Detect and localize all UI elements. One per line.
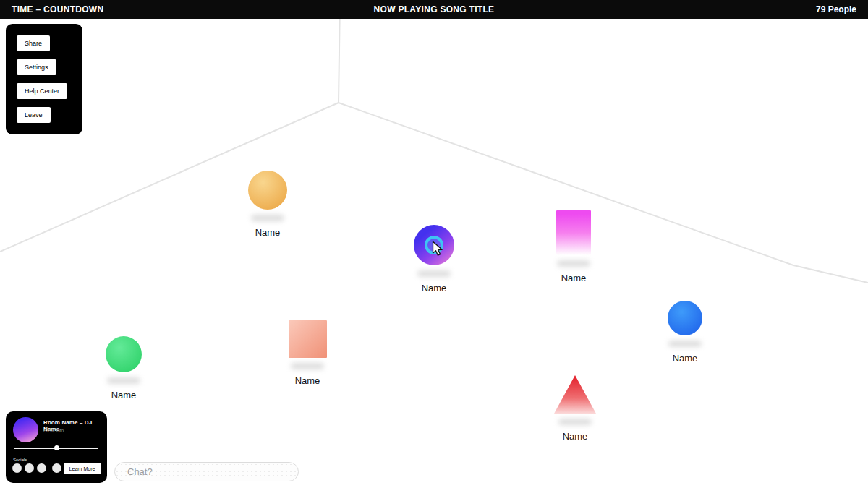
avatar-name-label: Name xyxy=(295,375,320,386)
avatar-shape[interactable] xyxy=(668,301,702,335)
settings-button[interactable]: Settings xyxy=(17,59,56,75)
avatar-name-label: Name xyxy=(561,273,587,283)
avatar-name-label: Name xyxy=(255,227,281,238)
menu-panel: Share Settings Help Center Leave xyxy=(6,24,82,134)
leave-button[interactable]: Leave xyxy=(17,107,51,123)
avatar-shape[interactable] xyxy=(414,225,454,265)
avatar-name-label: Name xyxy=(111,390,137,401)
avatar-shape[interactable] xyxy=(106,336,142,372)
learn-more-button[interactable]: Learn More xyxy=(64,463,101,474)
user-avatar-salmon-square[interactable]: Name xyxy=(275,320,340,386)
blurred-username xyxy=(558,419,592,425)
avatar-name-label: Name xyxy=(673,353,698,364)
panel-divider xyxy=(9,455,103,455)
share-button[interactable]: Share xyxy=(17,35,50,51)
avatar-shape[interactable] xyxy=(556,210,591,255)
blurred-username xyxy=(417,270,451,277)
top-bar: TIME – COUNTDOWN NOW PLAYING SONG TITLE … xyxy=(0,0,868,19)
help-center-button[interactable]: Help Center xyxy=(17,83,67,99)
socials-row xyxy=(12,463,61,473)
user-avatar-purple-circle[interactable]: Name xyxy=(401,225,467,294)
avatar-shape[interactable] xyxy=(248,171,287,210)
people-count[interactable]: 79 People xyxy=(816,4,856,14)
user-avatar-blue-circle[interactable]: Name xyxy=(652,301,718,364)
user-avatar-orange-circle[interactable]: Name xyxy=(235,171,300,238)
volume-slider[interactable] xyxy=(14,445,98,451)
avatar-name-label: Name xyxy=(422,283,447,294)
chat-input[interactable] xyxy=(114,462,299,481)
blurred-username xyxy=(557,260,590,267)
social-icon-4[interactable] xyxy=(52,463,61,473)
dj-avatar[interactable] xyxy=(13,417,38,442)
socials-label: Socials xyxy=(13,458,27,462)
countdown-label: TIME – COUNTDOWN xyxy=(12,4,103,14)
blurred-username xyxy=(668,341,702,347)
now-playing-label: NOW PLAYING SONG TITLE xyxy=(0,4,868,14)
social-icon-3[interactable] xyxy=(37,463,46,473)
avatar-name-label: Name xyxy=(563,431,588,442)
room-info-panel: Room Name – DJ Name Basic info Socials L… xyxy=(6,411,107,483)
user-avatar-pink-rectangle[interactable]: Name xyxy=(541,210,606,283)
avatar-shape[interactable] xyxy=(289,320,327,358)
social-icon-1[interactable] xyxy=(12,463,22,473)
social-icon-2[interactable] xyxy=(25,463,34,473)
user-avatar-green-circle[interactable]: Name xyxy=(91,336,156,401)
user-avatar-red-triangle[interactable]: Name xyxy=(542,375,608,442)
blurred-username xyxy=(251,215,284,221)
blurred-username xyxy=(291,363,324,369)
room-basic-info: Basic info xyxy=(43,428,64,433)
mouse-cursor-icon xyxy=(430,241,445,257)
slider-thumb[interactable] xyxy=(54,445,59,450)
avatar-shape[interactable] xyxy=(554,375,596,414)
blurred-username xyxy=(107,377,140,384)
